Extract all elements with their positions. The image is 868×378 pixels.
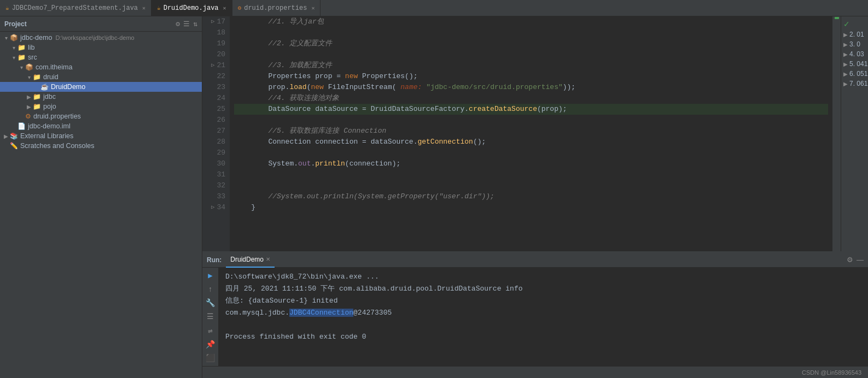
run-pin-icon[interactable]: 📌 [205,339,217,350]
code-line-28: Connection connection = dataSource.getCo… [234,137,828,147]
tree-item-lib[interactable]: ▾ 📁 lib [0,43,202,52]
tree-item-druidprops[interactable]: ⚙ druid.properties [0,111,202,121]
right-num-item-2: ▶ 2. 01 [841,29,868,39]
tree-label: jdbc-demo [20,34,52,42]
folder-icon: 📁 [33,103,41,110]
run-tab-druiddemo[interactable]: DruidDemo ✕ [226,252,275,268]
code-editor[interactable]: ▷17 18 19 20 ▷21 22 23 24 25 26 27 28 29… [202,16,832,251]
right-num-label: 7. 061 [849,80,867,87]
run-up-icon[interactable]: ↑ [205,284,217,295]
code-line-33: //System.out.println(System.getProperty(… [234,191,828,202]
run-list-icon[interactable]: ☰ [205,311,217,322]
tree-item-jdbc[interactable]: ▶ 📁 jdbc [0,92,202,102]
tree-label: jdbc-demo.iml [28,122,71,130]
tree-label: com.itheima [36,63,72,71]
tree-item-druiddemo[interactable]: ☕ DruidDemo [0,82,202,92]
output-line-exit: Process finished with exit code 0 [225,331,861,343]
run-tab-label: DruidDemo [230,256,264,263]
tab-jdbcdemo7[interactable]: ☕ JDBCDemo7_PreparedStatement.java ✕ [0,0,152,16]
right-gutter [832,16,841,251]
run-wrench-icon[interactable]: 🔧 [205,297,217,309]
output-line-highlight: com.mysql.jdbc.JDBC4Connection@24273305 [225,307,861,319]
code-line-25: DataSource dataSource = DruidDataSourceF… [234,104,828,115]
library-icon: 📚 [10,132,18,140]
right-num-label: 4. 03 [849,50,864,58]
gear-icon[interactable]: ⚙ [176,20,180,28]
run-align-icon[interactable]: ⇌ [205,325,217,336]
editor-area: ▷17 18 19 20 ▷21 22 23 24 25 26 27 28 29… [202,16,832,251]
sidebar: Project ⚙ ☰ ⇅ ▾ 📦 jdbc-demo D:\workspace… [0,16,202,378]
run-output: D:\software\jdk8_72\bin\java.exe ... 四月 … [219,268,868,366]
tree-item-root[interactable]: ▾ 📦 jdbc-demo D:\workspace\jdbc\jdbc-dem… [0,33,202,43]
tab-label: DruidDemo.java [164,4,219,12]
tree-arrow: ▶ [25,104,33,110]
tree-label: Scratches and Consoles [20,142,95,150]
line-num-19: 19 [207,38,225,49]
tree-item-extlibs[interactable]: ▶ 📚 External Libraries [0,131,202,141]
tab-close-icon[interactable]: ✕ [223,5,226,11]
highlight-span: JDBC4Connection [289,309,353,317]
code-line-20 [234,49,828,60]
tree-item-scratches[interactable]: ✏️ Scratches and Consoles [0,141,202,151]
tree-item-comitheima[interactable]: ▾ 📦 com.itheima [0,62,202,72]
tree-label: src [28,54,37,61]
tree-item-druid[interactable]: ▾ 📁 druid [0,72,202,82]
line-num-17: ▷17 [207,16,225,27]
tab-label: JDBCDemo7_PreparedStatement.java [12,4,138,12]
line-num-29: 29 [207,147,225,158]
module-icon: 📦 [10,34,18,42]
tree-label: druid.properties [33,113,81,120]
tree-label: jdbc [43,93,56,101]
code-line-27: //5. 获取数据库连接 Connection [234,126,828,137]
tree-item-iml[interactable]: 📄 jdbc-demo.iml [0,121,202,131]
right-num-item-3: ▶ 3. 0 [841,39,868,49]
code-content[interactable]: //1. 导入jar包 //2. 定义配置文件 //3. 加载配置文件 Prop… [230,16,832,251]
run-stop-icon[interactable]: ⬛ [205,352,217,364]
tree-item-src[interactable]: ▾ 📁 src [0,52,202,62]
line-num-18: 18 [207,27,225,38]
tree-arrow: ▾ [10,45,18,51]
tab-druidprops[interactable]: ⚙ druid.properties ✕ [232,0,321,16]
right-num-item-1: ✓ [841,19,868,29]
tree-item-pojo[interactable]: ▶ 📁 pojo [0,102,202,111]
code-line-22: Properties prop = new Properties(); [234,71,828,82]
main-area: Project ⚙ ☰ ⇅ ▾ 📦 jdbc-demo D:\workspace… [0,16,868,378]
settings-icon[interactable]: ⚙ [847,256,853,264]
code-line-17: //1. 导入jar包 [234,16,828,27]
line-numbers: ▷17 18 19 20 ▷21 22 23 24 25 26 27 28 29… [202,16,230,251]
tree-arrow: ▶ [25,94,33,100]
minimize-icon[interactable]: — [857,256,864,264]
code-line-26 [234,115,828,126]
tab-close-icon[interactable]: ✕ [142,5,145,11]
tree-label: lib [28,44,35,51]
tree-label: druid [43,73,59,81]
output-line-empty [225,319,861,331]
arrow-icon: ▶ [843,81,848,87]
line-num-32: 32 [207,180,225,191]
run-content: ▶ ↑ 🔧 ☰ ⇌ 📌 ⬛ D:\software\jdk8_72\bin\ja… [202,268,868,366]
line-num-33: 33 [207,191,225,202]
layout-icon[interactable]: ☰ [183,20,190,28]
code-line-32 [234,180,828,191]
tab-druiddemo[interactable]: ☕ DruidDemo.java ✕ [152,0,232,16]
run-panel: Run: DruidDemo ✕ ⚙ — ▶ ↑ 🔧 ☰ ⇌ [202,251,868,366]
run-tab-close-icon[interactable]: ✕ [266,256,270,262]
tab-close-icon[interactable]: ✕ [311,5,314,11]
code-line-31 [234,169,828,180]
watermark: CSDN @Lin58936543 [802,369,861,376]
sidebar-tree: ▾ 📦 jdbc-demo D:\workspace\jdbc\jdbc-dem… [0,32,202,378]
code-line-21: //3. 加载配置文件 [234,60,828,71]
sidebar-header: Project ⚙ ☰ ⇅ [0,16,202,32]
right-num-label: 3. 0 [849,40,860,48]
folder-icon: 📁 [18,54,26,61]
expand-icon[interactable]: ⇅ [193,20,197,28]
output-line-info2: 信息: {dataSource-1} inited [225,295,861,307]
right-num-item-6: ▶ 6. 051 [841,69,868,79]
run-play-icon[interactable]: ▶ [205,270,217,281]
line-num-24: 24 [207,93,225,104]
run-panel-icons: ⚙ — [847,256,864,264]
tree-label: DruidDemo [51,83,85,91]
line-num-30: 30 [207,158,225,169]
right-num-item-5: ▶ 5. 041 [841,59,868,69]
right-num-item-7: ▶ 7. 061 [841,79,868,88]
